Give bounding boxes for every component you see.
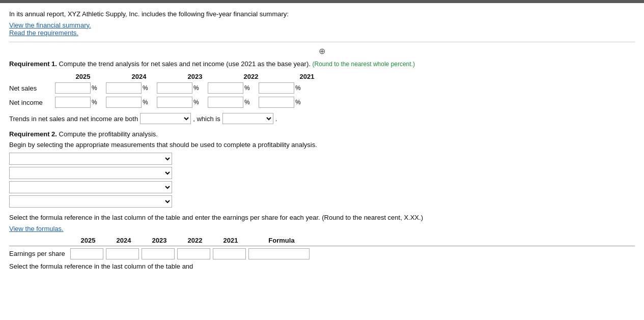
- requirement2-heading: Requirement 2. Compute the profitability…: [9, 130, 635, 138]
- move-icon: ⊕: [9, 46, 635, 56]
- year-header-row: 2025 2024 2023 2022 2021: [55, 73, 635, 80]
- measurement-dropdowns: [9, 153, 635, 208]
- measurement-dropdown-4[interactable]: [9, 195, 172, 208]
- net-income-label: Net income: [9, 99, 55, 106]
- divider: [9, 42, 635, 42]
- net-sales-2022-cell: %: [208, 82, 259, 94]
- trends-sentence: Trends in net sales and net income are b…: [9, 113, 635, 124]
- req1-text: Compute the trend analysis for net sales…: [59, 60, 311, 68]
- year-2022: 2022: [223, 73, 279, 80]
- req2-label: Requirement 2.: [9, 130, 57, 138]
- view-summary-link[interactable]: View the financial summary.: [9, 21, 91, 29]
- net-income-2023-cell: %: [157, 97, 208, 108]
- net-income-2025-input[interactable]: [55, 97, 91, 108]
- measurement-dropdown-2[interactable]: [9, 167, 172, 179]
- eps-2023-input[interactable]: [142, 248, 175, 259]
- net-sales-row: Net sales % % % %: [9, 82, 635, 94]
- eps-year-2023: 2023: [142, 237, 177, 244]
- year-2023: 2023: [167, 73, 223, 80]
- trends-middle: , which is: [193, 115, 220, 123]
- req2-text: Compute the profitability analysis.: [59, 130, 158, 138]
- crosshair-icon: ⊕: [319, 47, 325, 55]
- net-sales-2023-input[interactable]: [157, 82, 192, 94]
- requirement1-heading: Requirement 1. Compute the trend analysi…: [9, 59, 635, 69]
- eps-formula-header: Formula: [248, 237, 315, 244]
- eps-year-2022: 2022: [177, 237, 213, 244]
- measurement-dropdown-3[interactable]: [9, 181, 172, 193]
- year-2025: 2025: [55, 73, 111, 80]
- read-requirements-link[interactable]: Read the requirements.: [9, 29, 78, 37]
- net-sales-2023-cell: %: [157, 82, 208, 94]
- net-sales-2024-cell: %: [106, 82, 157, 94]
- year-2021: 2021: [279, 73, 335, 80]
- net-income-row: Net income % % % %: [9, 97, 635, 108]
- eps-data-row: Earnings per share: [9, 246, 635, 259]
- net-income-2022-input[interactable]: [208, 97, 243, 108]
- trends-prefix: Trends in net sales and net income are b…: [9, 115, 138, 123]
- eps-2025-input[interactable]: [70, 248, 103, 259]
- net-income-2021-cell: %: [259, 97, 310, 108]
- net-sales-2025-cell: %: [55, 82, 106, 94]
- trends-end: .: [275, 115, 277, 123]
- formula-note: Select the formula reference in the last…: [9, 213, 635, 223]
- net-sales-2021-cell: %: [259, 82, 310, 94]
- net-income-2024-cell: %: [106, 97, 157, 108]
- eps-year-2024: 2024: [106, 237, 142, 244]
- eps-year-2021: 2021: [213, 237, 248, 244]
- net-income-2024-input[interactable]: [106, 97, 142, 108]
- eps-2022-input[interactable]: [177, 248, 210, 259]
- eps-2024-input[interactable]: [106, 248, 139, 259]
- net-income-2025-cell: %: [55, 97, 106, 108]
- eps-row-label: Earnings per share: [9, 250, 70, 257]
- view-formulas-link[interactable]: View the formulas.: [9, 225, 64, 232]
- net-income-2021-input[interactable]: [259, 97, 294, 108]
- req1-round-note: (Round to the nearest whole percent.): [312, 61, 414, 68]
- content-area: In its annual report, XYZ Athletic Suppl…: [0, 3, 644, 275]
- trend-table: 2025 2024 2023 2022 2021 Net sales % %: [9, 73, 635, 108]
- eps-formula-input[interactable]: [248, 248, 310, 259]
- net-sales-2024-input[interactable]: [106, 82, 142, 94]
- req2-subtext: Begin by selecting the appropriate measu…: [9, 141, 635, 149]
- eps-table: 2025 2024 2023 2022 2021 Formula Earning…: [9, 237, 635, 259]
- net-sales-2025-input[interactable]: [55, 82, 91, 94]
- eps-2021-input[interactable]: [213, 248, 246, 259]
- trends-dropdown2[interactable]: favorable unfavorable neutral: [222, 113, 273, 124]
- req1-label: Requirement 1.: [9, 60, 57, 68]
- measurement-dropdown-1[interactable]: [9, 153, 172, 165]
- net-income-2022-cell: %: [208, 97, 259, 108]
- net-income-2023-input[interactable]: [157, 97, 192, 108]
- trends-dropdown1[interactable]: increasing decreasing stable: [140, 113, 191, 124]
- net-sales-2021-input[interactable]: [259, 82, 294, 94]
- eps-year-2025: 2025: [70, 237, 106, 244]
- net-sales-label: Net sales: [9, 84, 55, 92]
- select-note: Select the formula reference in the last…: [9, 263, 635, 270]
- intro-text: In its annual report, XYZ Athletic Suppl…: [9, 9, 635, 19]
- year-2024: 2024: [111, 73, 167, 80]
- net-sales-2022-input[interactable]: [208, 82, 243, 94]
- page-container: In its annual report, XYZ Athletic Suppl…: [0, 0, 644, 320]
- eps-year-header-row: 2025 2024 2023 2022 2021 Formula: [70, 237, 635, 244]
